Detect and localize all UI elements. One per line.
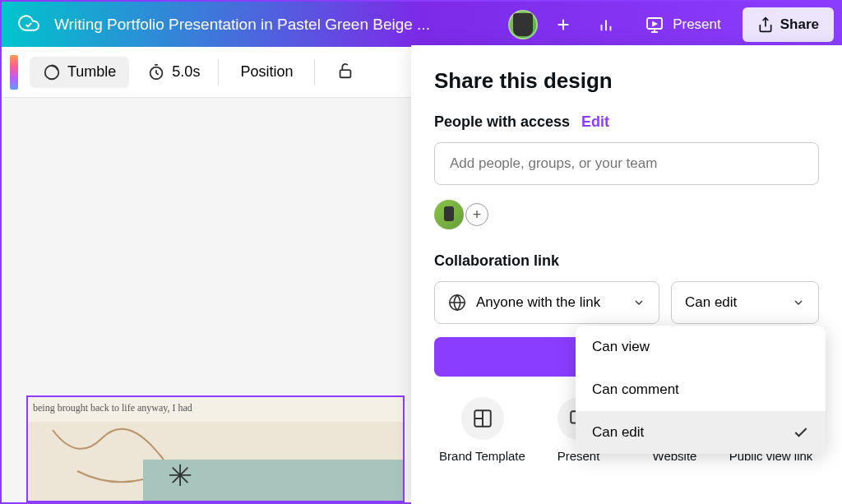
timer-button[interactable]: 5.0s [141,63,206,81]
people-input[interactable] [434,142,819,185]
share-panel-title: Share this design [434,68,819,94]
svg-rect-15 [340,70,351,77]
timer-value: 5.0s [172,63,200,81]
svg-rect-16 [444,206,454,221]
template-icon [461,397,504,440]
access-label: People with access [434,113,570,131]
animation-tumble-button[interactable]: Tumble [30,57,129,88]
svg-marker-6 [653,22,656,25]
dropdown-item-can-view[interactable]: Can view [576,326,826,368]
collab-link-label: Collaboration link [434,252,819,270]
svg-line-13 [156,72,159,74]
permission-value: Can edit [685,294,737,311]
member-avatar[interactable] [434,200,464,229]
present-label: Present [673,16,721,33]
color-swatch[interactable] [10,55,18,90]
dropdown-item-label: Can comment [592,381,679,398]
link-scope-value: Anyone with the link [476,294,600,311]
share-option-label: Brand Template [439,448,525,465]
add-member-button[interactable] [546,7,581,42]
divider [314,59,315,86]
tumble-label: Tumble [67,63,116,81]
edit-access-link[interactable]: Edit [581,113,609,131]
canvas-text-fragment: being brought back to life anyway, I had [33,402,192,414]
analytics-button[interactable] [589,7,623,42]
tumble-icon [43,63,61,81]
position-button[interactable]: Position [230,63,303,81]
cloud-save-icon [18,12,39,37]
app-header: Writing Portfolio Presentation in Pastel… [2,2,840,47]
dropdown-item-label: Can view [592,339,650,355]
chevron-down-icon [632,296,645,309]
share-label: Share [780,16,819,33]
permission-select[interactable]: Can edit [671,281,819,324]
share-icon [757,16,774,33]
asterisk-doodle: ✳ [168,459,192,493]
document-title[interactable]: Writing Portfolio Presentation in Pastel… [54,16,500,34]
collab-row: Anyone with the link Can edit [434,281,819,324]
access-row: People with access Edit [434,113,819,131]
divider [218,59,219,86]
dropdown-item-can-comment[interactable]: Can comment [576,368,826,411]
canvas-preview[interactable]: being brought back to life anyway, I had… [26,395,405,502]
link-scope-select[interactable]: Anyone with the link [434,281,659,324]
dropdown-item-can-edit[interactable]: Can edit [576,411,826,454]
dropdown-item-label: Can edit [592,424,644,441]
globe-icon [448,294,466,312]
lock-button[interactable] [326,62,364,83]
share-button[interactable]: Share [743,7,834,42]
present-button[interactable]: Present [632,7,734,42]
copy-link-button[interactable] [434,337,589,377]
share-option-brand-template[interactable]: Brand Template [434,397,530,465]
present-icon [645,15,664,35]
user-avatar[interactable] [508,10,538,39]
permission-dropdown: Can view Can comment Can edit [576,326,826,454]
clock-icon [147,63,165,81]
add-member-circle[interactable]: + [465,203,488,226]
lock-open-icon [336,62,354,80]
avatar-row: + [434,200,819,229]
check-icon [793,424,809,441]
chevron-down-icon [792,296,805,309]
